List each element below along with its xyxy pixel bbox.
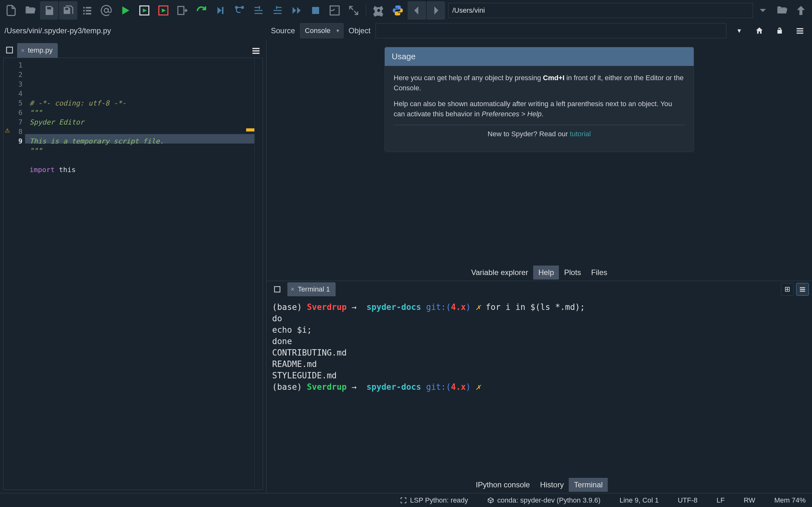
editor-menu-icon[interactable] — [249, 44, 263, 58]
object-input[interactable] — [375, 23, 726, 38]
at-button[interactable] — [97, 1, 115, 20]
tutorial-link[interactable]: tutorial — [570, 130, 591, 138]
status-bar: LSP Python: ready conda: spyder-dev (Pyt… — [0, 493, 812, 507]
browse-terminals-icon[interactable] — [270, 282, 285, 297]
svg-rect-19 — [252, 48, 260, 49]
right-tabs: Variable explorer Help Plots Files — [266, 264, 812, 281]
back-button[interactable] — [408, 1, 426, 20]
help-pane: Usage Here you can get help of any objec… — [266, 41, 812, 264]
python-path-button[interactable] — [389, 1, 407, 20]
tab-help[interactable]: Help — [533, 266, 559, 279]
code-area[interactable]: # -*- coding: utf-8 -*- """ Spyder Edito… — [25, 58, 254, 490]
editor-scrollbar[interactable] — [254, 58, 263, 490]
tab-history[interactable]: History — [535, 478, 569, 492]
svg-rect-5 — [86, 13, 91, 14]
tab-plots[interactable]: Plots — [559, 266, 586, 279]
tab-ipython[interactable]: IPython console — [471, 478, 535, 492]
status-mem[interactable]: Mem 74% — [774, 496, 806, 504]
editor-pane: × temp.py ⚠ 1 2 3 4 5 6 7 8 9 — [0, 41, 266, 493]
run-cell-button[interactable] — [135, 1, 154, 20]
svg-rect-18 — [7, 47, 13, 53]
terminal-menu-icon[interactable] — [796, 283, 809, 296]
object-dropdown-button[interactable]: ▾ — [731, 23, 747, 38]
lock-icon[interactable] — [772, 23, 787, 38]
status-conda[interactable]: conda: spyder-dev (Python 3.9.6) — [487, 496, 600, 504]
maximize-button[interactable] — [345, 1, 363, 20]
toolbar-separator — [366, 4, 366, 17]
editor-tab-bar: × temp.py — [0, 41, 266, 58]
status-linecol[interactable]: Line 9, Col 1 — [619, 496, 659, 504]
terminal-tab-1[interactable]: × Terminal 1 — [287, 282, 336, 296]
svg-rect-20 — [252, 50, 260, 52]
svg-rect-17 — [797, 33, 803, 34]
status-eol[interactable]: LF — [716, 496, 725, 504]
parent-dir-button[interactable] — [792, 1, 810, 20]
editor-tab-temp[interactable]: × temp.py — [17, 43, 58, 58]
home-icon[interactable] — [752, 23, 767, 38]
save-all-button[interactable] — [59, 1, 78, 20]
new-terminal-button[interactable]: ⊞ — [781, 283, 794, 296]
source-value: Console — [305, 26, 331, 35]
svg-rect-25 — [800, 291, 805, 292]
svg-point-6 — [104, 9, 108, 13]
source-label: Source — [271, 26, 295, 35]
goto-cursor-button[interactable] — [325, 1, 344, 20]
line-numbers: 1 2 3 4 5 6 7 8 9 — [12, 58, 25, 490]
terminal-pane: × Terminal 1 ⊞ (base) Sverdrup → spyder-… — [266, 281, 812, 493]
run-cell-advance-button[interactable] — [154, 1, 172, 20]
preferences-button[interactable] — [369, 1, 388, 20]
terminal-tab-label: Terminal 1 — [298, 285, 330, 293]
svg-rect-16 — [797, 31, 803, 32]
svg-rect-9 — [178, 6, 184, 14]
status-rw[interactable]: RW — [744, 496, 755, 504]
status-lsp[interactable]: LSP Python: ready — [400, 496, 468, 504]
warning-gutter: ⚠ — [3, 58, 12, 490]
svg-rect-3 — [86, 10, 91, 11]
run-selection-button[interactable] — [173, 1, 192, 20]
debug-continue-button[interactable] — [287, 1, 306, 20]
rerun-button[interactable] — [192, 1, 211, 20]
list-button[interactable] — [78, 1, 96, 20]
debug-stop-button[interactable] — [306, 1, 325, 20]
save-button[interactable] — [40, 1, 58, 20]
chevron-down-icon: ▼ — [336, 28, 340, 33]
tab-terminal[interactable]: Terminal — [569, 478, 608, 492]
open-file-button[interactable] — [21, 1, 39, 20]
editor-path: /Users/vini/.spyder-py3/temp.py — [0, 21, 266, 41]
debug-step-button[interactable] — [230, 1, 249, 20]
new-file-button[interactable] — [2, 1, 20, 20]
source-combo[interactable]: Console ▼ — [300, 23, 344, 38]
terminal-tab-bar: × Terminal 1 ⊞ — [266, 281, 812, 297]
close-terminal-icon[interactable]: × — [291, 285, 295, 293]
bottom-tabs: IPython console History Terminal — [266, 476, 812, 493]
help-usage-box: Usage Here you can get help of any objec… — [385, 47, 694, 152]
svg-point-12 — [241, 6, 243, 8]
close-tab-icon[interactable]: × — [21, 47, 25, 54]
secondary-bar: /Users/vini/.spyder-py3/temp.py Source C… — [0, 21, 812, 41]
main-toolbar — [0, 0, 812, 21]
debug-step-out-button[interactable] — [268, 1, 287, 20]
tab-variable-explorer[interactable]: Variable explorer — [466, 266, 533, 279]
svg-rect-21 — [252, 53, 260, 54]
browse-dir-button[interactable] — [773, 1, 791, 20]
editor-body[interactable]: ⚠ 1 2 3 4 5 6 7 8 9 # -*- coding: utf-8 … — [3, 58, 263, 490]
debug-step-in-button[interactable] — [249, 1, 268, 20]
svg-rect-1 — [86, 7, 91, 9]
svg-point-11 — [235, 6, 237, 8]
browse-tabs-icon[interactable] — [2, 43, 17, 58]
object-label: Object — [349, 26, 370, 35]
help-source-bar: Source Console ▼ Object ▾ — [266, 21, 812, 41]
forward-button[interactable] — [426, 1, 445, 20]
workdir-input[interactable] — [448, 3, 753, 18]
tab-files[interactable]: Files — [586, 266, 612, 279]
workdir-dropdown-button[interactable] — [754, 1, 772, 20]
svg-rect-23 — [800, 287, 805, 288]
run-button[interactable] — [116, 1, 135, 20]
right-pane: Usage Here you can get help of any objec… — [266, 41, 812, 493]
help-menu-icon[interactable] — [792, 23, 808, 38]
help-box-title: Usage — [385, 47, 694, 66]
debug-button[interactable] — [211, 1, 230, 20]
svg-rect-15 — [797, 28, 803, 30]
terminal-body[interactable]: (base) Sverdrup → spyder-docs git:(4.x) … — [266, 297, 812, 476]
status-encoding[interactable]: UTF-8 — [678, 496, 698, 504]
